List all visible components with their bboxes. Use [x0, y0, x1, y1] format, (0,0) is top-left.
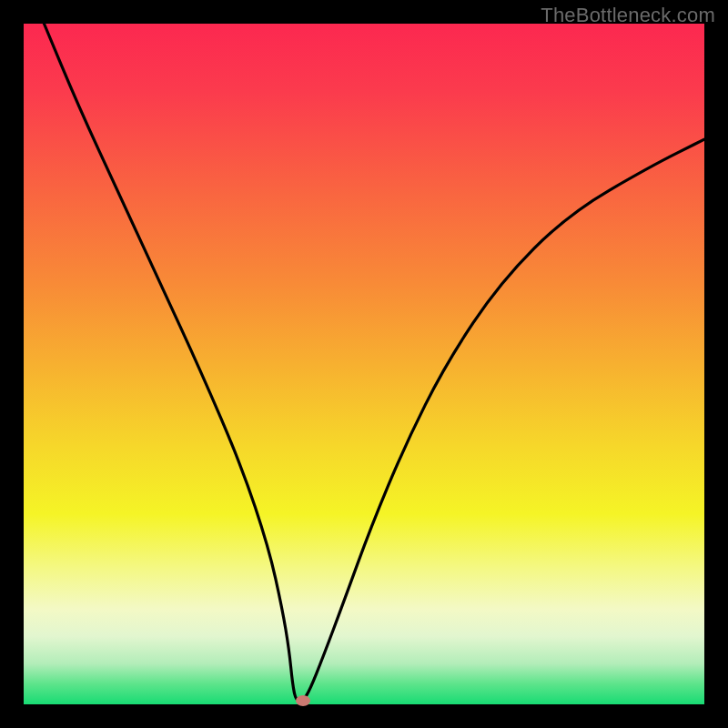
optimal-point-marker	[296, 695, 310, 706]
bottleneck-curve	[24, 24, 704, 704]
chart-frame: TheBottleneck.com	[0, 0, 728, 728]
plot-area	[24, 24, 704, 704]
